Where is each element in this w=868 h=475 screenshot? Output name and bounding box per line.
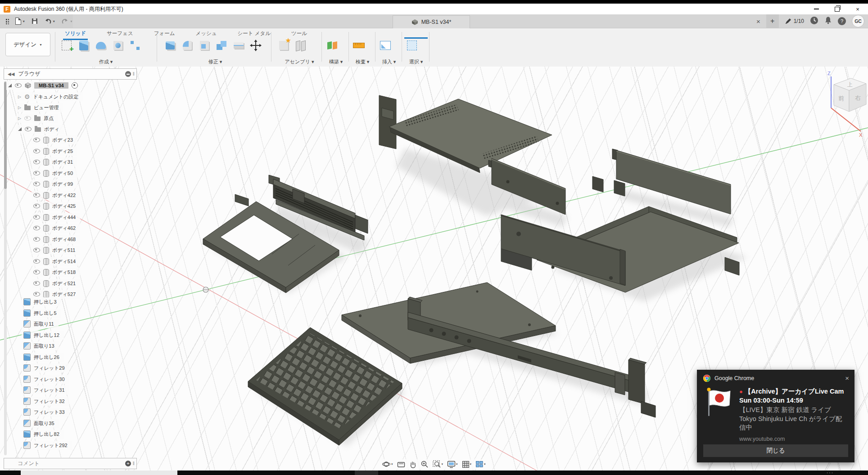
tree-feature-row[interactable]: フィレット33 [22,408,69,417]
viewcube-front-label[interactable]: 前 [838,95,844,102]
tree-feature-row[interactable]: 面取り35 [22,419,59,428]
window-zoom-button[interactable]: ▾ [433,460,443,468]
display-settings-button[interactable]: ▾ [447,461,458,468]
comment-resize-handle[interactable]: ‖ [133,461,135,466]
tree-body-row[interactable]: ボディ99 [32,179,77,188]
body-icon [43,280,49,287]
chrome-notification[interactable]: Google Chrome × ●【Archive】アーカイブLive Cam … [697,370,854,462]
browser-minimize-icon[interactable] [125,71,131,77]
visibility-eye-icon[interactable] [33,215,40,220]
collapsed-triangle-icon[interactable]: ▷ [18,105,21,110]
tree-body-row[interactable]: ボディ31 [32,157,77,166]
fillet-feature-icon [23,386,31,394]
viewports-button[interactable]: ▾ [475,461,486,468]
pan-button[interactable] [409,461,416,468]
tree-body-row[interactable]: ボディ468 [32,235,80,244]
body-icon [43,214,49,221]
tree-feature-row[interactable]: フィレット30 [22,375,69,384]
visibility-eye-icon[interactable] [33,259,40,264]
folder-icon [24,106,31,110]
tree-feature-row[interactable]: 押し出し82 [22,430,64,439]
tree-view-management[interactable]: ▷ ビュー管理 [16,103,63,112]
activate-component-radio[interactable] [72,82,78,89]
expand-triangle-icon[interactable] [18,127,22,131]
tree-body-row[interactable]: ボディ444 [32,213,80,222]
zoom-button[interactable] [420,460,429,468]
tree-body-row[interactable]: ボディ511 [32,246,80,255]
tree-body-row[interactable]: ボディ50 [32,169,77,178]
tree-document-settings[interactable]: ▷ ⚙ ドキュメントの設定 [16,92,83,101]
collapse-browser-icon[interactable]: ◀◀ [8,72,14,76]
display-settings-icon [447,461,456,468]
visibility-eye-icon[interactable] [33,226,40,230]
gear-icon: ⚙ [24,94,30,100]
tree-feature-row[interactable]: 押し出し12 [22,331,64,340]
viewcube-right-label[interactable]: 右 [855,94,861,101]
extrude-feature-icon [23,430,31,438]
body-icon [43,170,49,177]
tree-feature-row[interactable]: 面取り13 [22,341,59,350]
browser-scrollbar-thumb[interactable] [4,82,7,189]
tree-body-row[interactable]: ボディ422 [32,191,80,200]
tree-body-row[interactable]: ボディ518 [32,268,80,277]
tree-body-row[interactable]: ボディ521 [32,279,80,288]
tree-feature-row[interactable]: フィレット292 [22,441,72,450]
tree-body-row[interactable]: ボディ514 [32,257,80,266]
visibility-eye-icon[interactable] [33,281,40,286]
visibility-eye-icon[interactable] [33,292,40,296]
notification-title[interactable]: ●【Archive】アーカイブLive Cam Sun 03:00-Sun 14… [739,387,845,405]
viewports-icon [475,461,484,468]
taskbar-block [355,471,378,475]
orbit-button[interactable]: ▾ [382,460,393,468]
tree-feature-row[interactable]: 面取り11 [22,319,59,328]
tree-feature-row[interactable]: フィレット31 [22,385,69,394]
tree-body-row[interactable]: ボディ462 [32,224,80,233]
tree-body-row[interactable]: ボディ23 [32,135,77,144]
tree-feature-row[interactable]: フィレット32 [22,397,69,406]
tree-body-row[interactable]: ボディ425 [32,202,80,211]
japan-flag-icon [705,387,733,419]
browser-panel-header[interactable]: ◀◀ ブラウザ ‖ [4,68,137,80]
tree-origin[interactable]: ▷ 原点 [16,114,58,123]
visibility-eye-icon[interactable] [33,204,40,208]
viewcube-top-label[interactable]: 上 [847,81,853,88]
visibility-eye-icon[interactable] [33,138,40,142]
visibility-eye-icon[interactable] [33,182,40,186]
body-icon [43,258,49,265]
visibility-eye-icon[interactable] [33,237,40,242]
notification-app-name: Google Chrome [714,375,754,381]
origin-marker[interactable] [203,287,208,292]
add-comment-icon[interactable]: + [125,461,131,466]
visibility-eye-icon[interactable] [25,127,32,131]
browser-resize-handle[interactable]: ‖ [133,72,135,76]
tree-feature-row[interactable]: 押し出し3 [22,297,61,306]
navigation-toolbar: ▾ ▾ ▾ ▾ ▾ [380,459,488,469]
view-cube[interactable]: 上 前 右 Z X [827,71,866,138]
comment-box[interactable]: コメント + ‖ [4,458,137,469]
visibility-eye-icon[interactable] [33,270,40,274]
visibility-eye-icon[interactable] [33,149,40,153]
taskbar-strip: ... [0,471,868,475]
notification-close-button[interactable]: 閉じる [703,444,848,457]
tree-root-row[interactable]: MB-S1 v34 [6,81,82,90]
visibility-eye-icon[interactable] [33,160,40,164]
collapsed-triangle-icon[interactable]: ▷ [18,116,21,121]
collapsed-triangle-icon[interactable]: ▷ [18,94,21,99]
tree-feature-row[interactable]: フィレット29 [22,363,69,372]
notification-close-icon[interactable]: × [845,374,849,382]
look-at-button[interactable] [397,461,405,468]
body-keyboard[interactable] [248,327,402,445]
grid-settings-button[interactable]: ▾ [462,461,472,468]
visibility-eye-icon[interactable] [33,171,40,175]
tree-feature-row[interactable]: 押し出し26 [22,353,64,362]
visibility-eye-icon[interactable] [33,193,40,197]
tree-feature-row[interactable]: 押し出し5 [22,309,61,318]
tree-body-row[interactable]: ボディ25 [32,147,77,156]
tree-bodies-folder[interactable]: ボディ [16,125,64,134]
fillet-feature-icon [23,442,31,449]
visibility-eye-icon[interactable] [33,248,40,252]
visibility-eye-icon[interactable] [15,83,22,88]
expand-triangle-icon[interactable] [8,84,12,87]
visibility-eye-off-icon[interactable] [24,116,31,121]
root-component-label[interactable]: MB-S1 v34 [34,82,68,89]
